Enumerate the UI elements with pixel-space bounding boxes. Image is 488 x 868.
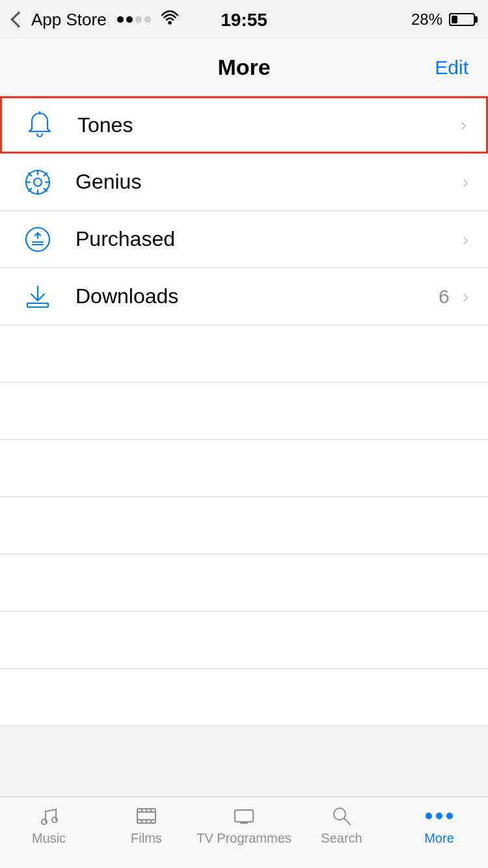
tab-tv[interactable]: TV Programmes [195, 805, 293, 846]
svg-line-11 [29, 188, 31, 191]
empty-row-3 [0, 440, 488, 497]
dot-1 [426, 813, 432, 819]
svg-point-12 [26, 228, 49, 251]
films-tab-label: Films [131, 831, 162, 846]
empty-row-7 [0, 669, 488, 726]
status-right: 28% [411, 10, 475, 29]
nav-title: More [217, 55, 270, 80]
list-item-tones[interactable]: Tones › [0, 96, 488, 154]
svg-point-3 [34, 178, 42, 186]
genius-label: Genius [75, 170, 463, 194]
tones-chevron: › [461, 115, 467, 135]
music-icon [34, 805, 63, 827]
downloads-chevron: › [463, 286, 468, 307]
tab-bar: Music Films TV P [0, 796, 488, 868]
purchased-label: Purchased [75, 227, 463, 251]
bell-icon [21, 107, 58, 143]
tones-label: Tones [77, 113, 461, 137]
svg-line-30 [344, 819, 350, 824]
empty-row-6 [0, 612, 488, 669]
dot-2 [436, 813, 442, 819]
tab-search[interactable]: Search [293, 805, 390, 846]
battery-fill [452, 16, 457, 23]
more-tab-label: More [424, 831, 454, 846]
signal-dot-3 [135, 16, 142, 23]
list-item-downloads[interactable]: Downloads 6 › [0, 268, 488, 325]
empty-row-1 [0, 325, 488, 383]
app-store-label: App Store [31, 10, 107, 30]
downloads-icon [20, 278, 56, 315]
purchased-icon [20, 221, 56, 258]
list-container: Tones › Genius › [0, 96, 488, 726]
downloads-label: Downloads [75, 284, 439, 308]
svg-rect-13 [27, 303, 48, 307]
list-item-purchased[interactable]: Purchased › [0, 211, 488, 268]
empty-row-2 [0, 383, 488, 440]
tv-icon [230, 805, 258, 827]
edit-button[interactable]: Edit [435, 57, 468, 79]
purchased-chevron: › [463, 229, 468, 250]
downloads-badge: 6 [439, 286, 450, 308]
back-arrow-icon[interactable] [10, 11, 27, 27]
genius-icon [20, 164, 56, 200]
status-time: 19:55 [221, 10, 267, 31]
tab-more[interactable]: More [390, 805, 488, 846]
search-tab-label: Search [321, 831, 362, 846]
empty-row-4 [0, 497, 488, 554]
empty-row-5 [0, 554, 488, 612]
list-item-genius[interactable]: Genius › [0, 154, 488, 211]
battery-icon [449, 13, 475, 26]
tab-music[interactable]: Music [0, 805, 98, 846]
more-icon [425, 805, 454, 827]
tv-tab-label: TV Programmes [197, 831, 291, 846]
svg-point-0 [169, 22, 170, 24]
status-left: App Store [13, 10, 178, 30]
nav-bar: More Edit [0, 39, 488, 96]
svg-line-10 [44, 173, 47, 176]
svg-rect-26 [235, 810, 253, 822]
music-tab-label: Music [32, 831, 66, 846]
tab-films[interactable]: Films [98, 805, 195, 846]
svg-line-9 [44, 188, 47, 191]
svg-line-8 [29, 173, 31, 176]
signal-dot-4 [144, 16, 151, 23]
dot-3 [446, 813, 453, 819]
signal-dot-2 [126, 16, 133, 23]
genius-chevron: › [463, 172, 468, 193]
battery-percentage: 28% [411, 10, 442, 29]
signal-dot-1 [117, 16, 124, 23]
wifi-icon [161, 10, 178, 29]
signal-dots [117, 16, 151, 23]
search-icon [327, 805, 356, 827]
film-icon [132, 805, 161, 827]
status-bar: App Store 19:55 28% [0, 0, 488, 39]
